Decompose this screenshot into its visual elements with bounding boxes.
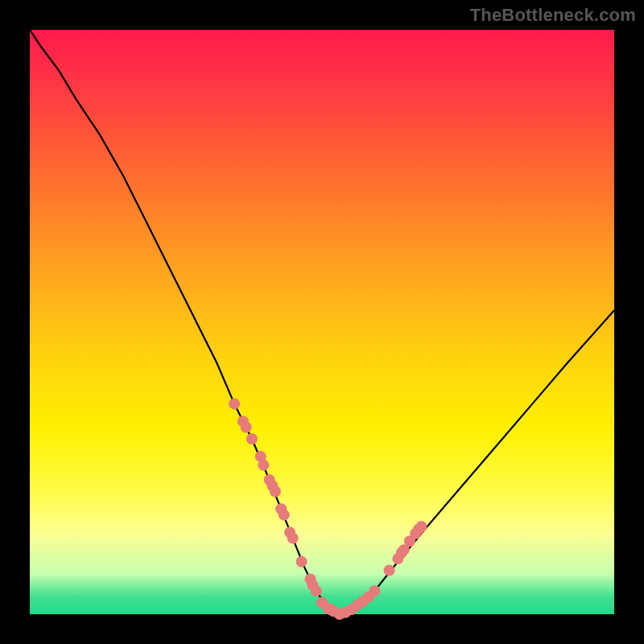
data-marker bbox=[258, 460, 269, 471]
data-marker bbox=[383, 565, 394, 576]
data-marker bbox=[270, 486, 281, 497]
watermark-text: TheBottleneck.com bbox=[470, 5, 636, 26]
plot-area bbox=[30, 30, 614, 614]
bottleneck-curve bbox=[30, 30, 614, 614]
data-marker bbox=[246, 433, 258, 444]
data-marker bbox=[287, 533, 299, 544]
chart-frame: TheBottleneck.com bbox=[0, 0, 644, 644]
data-marker bbox=[229, 398, 240, 410]
data-marker bbox=[296, 556, 308, 568]
chart-svg bbox=[30, 30, 614, 614]
data-marker bbox=[241, 422, 252, 433]
data-marker bbox=[415, 521, 427, 532]
data-markers bbox=[229, 398, 427, 620]
data-marker bbox=[311, 585, 322, 597]
data-marker bbox=[279, 510, 290, 521]
data-marker bbox=[369, 585, 380, 597]
